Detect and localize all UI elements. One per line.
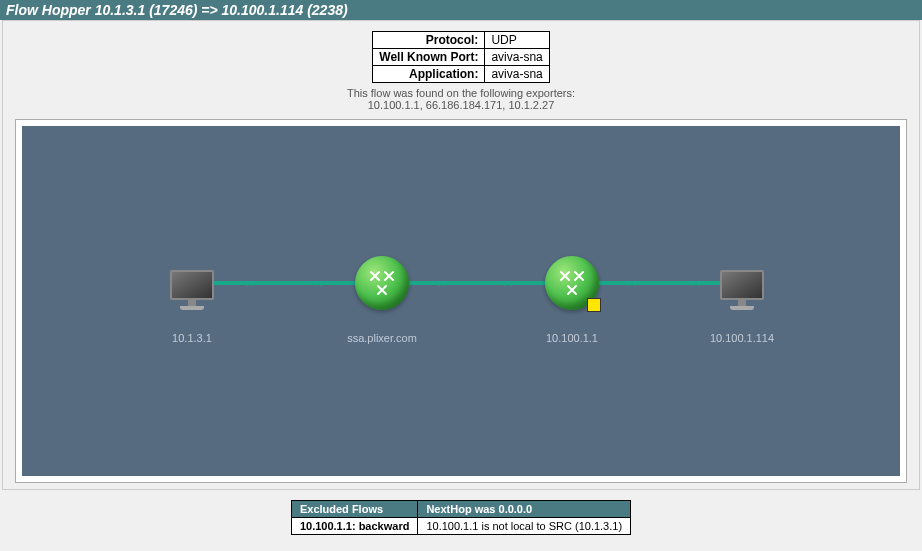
topology-node-host-src[interactable]: 10.1.3.1 [132, 254, 252, 344]
flow-arrow-icon: ↔ [500, 275, 512, 293]
excluded-flows-header: Excluded Flows [291, 501, 417, 518]
node-label: 10.100.1.1 [512, 332, 632, 344]
app-title: Flow Hopper 10.1.3.1 (17246) => 10.100.1… [6, 2, 348, 18]
computer-icon [170, 270, 214, 310]
wellknown-port-label: Well Known Port: [373, 49, 485, 66]
excluded-flow-reason: 10.100.1.1 is not local to SRC (10.1.3.1… [418, 518, 631, 535]
warning-badge-icon [587, 298, 601, 312]
exporters-list: 10.100.1.1, 66.186.184.171, 10.1.2.27 [368, 99, 555, 111]
topology-node-host-dst[interactable]: 10.100.1.114 [682, 254, 802, 344]
excluded-flows-table: Excluded Flows NextHop was 0.0.0.0 10.10… [291, 500, 631, 535]
table-row: 10.100.1.1: backward 10.100.1.1 is not l… [291, 518, 630, 535]
node-label: 10.100.1.114 [682, 332, 802, 344]
application-label: Application: [373, 66, 485, 83]
computer-icon [720, 270, 764, 310]
flow-path-line [182, 281, 737, 285]
exporters-message: This flow was found on the following exp… [347, 87, 575, 99]
flow-info-table: Protocol: UDP Well Known Port: aviva-sna… [372, 31, 549, 83]
router-icon [355, 256, 409, 310]
nexthop-header: NextHop was 0.0.0.0 [418, 501, 631, 518]
protocol-value: UDP [485, 32, 549, 49]
router-icon [545, 256, 599, 310]
flow-info-section: Protocol: UDP Well Known Port: aviva-sna… [15, 31, 907, 111]
protocol-label: Protocol: [373, 32, 485, 49]
flow-arrow-icon: ↔ [310, 275, 322, 293]
topology-frame: ↔ ↔ ↔ ↔ ↔ ↔ 10.1.3.1 [15, 119, 907, 483]
topology-canvas[interactable]: ↔ ↔ ↔ ↔ ↔ ↔ 10.1.3.1 [22, 126, 900, 476]
application-value: aviva-sna [485, 66, 549, 83]
topology-node-router[interactable]: 10.100.1.1 [512, 254, 632, 344]
topology-node-router[interactable]: ssa.plixer.com [322, 254, 442, 344]
excluded-flow-source: 10.100.1.1: backward [291, 518, 417, 535]
app-title-bar: Flow Hopper 10.1.3.1 (17246) => 10.100.1… [0, 0, 922, 20]
wellknown-port-value: aviva-sna [485, 49, 549, 66]
node-label: ssa.plixer.com [322, 332, 442, 344]
node-label: 10.1.3.1 [132, 332, 252, 344]
excluded-flows-section: Excluded Flows NextHop was 0.0.0.0 10.10… [0, 500, 922, 535]
main-panel: Protocol: UDP Well Known Port: aviva-sna… [2, 20, 920, 490]
